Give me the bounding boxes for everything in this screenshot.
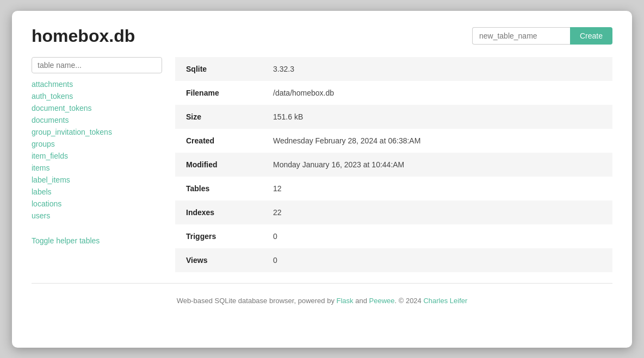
footer: Web-based SQLite database browser, power…	[12, 284, 632, 316]
info-key: Created	[175, 129, 262, 153]
list-item: items	[32, 162, 162, 173]
table-row: Indexes22	[175, 200, 612, 224]
table-link[interactable]: auth_tokens	[32, 91, 162, 102]
info-key: Size	[175, 105, 262, 129]
app-title: homebox.db	[32, 26, 135, 46]
table-search-input[interactable]	[32, 57, 162, 73]
info-value: 3.32.3	[262, 57, 612, 81]
table-row: ModifiedMonday January 16, 2023 at 10:44…	[175, 153, 612, 177]
header: homebox.db Create	[12, 11, 632, 57]
table-link[interactable]: group_invitation_tokens	[32, 127, 162, 137]
info-key: Views	[175, 248, 262, 272]
info-value: 0	[262, 224, 612, 248]
new-table-input[interactable]	[472, 27, 570, 45]
footer-text-middle: and	[354, 297, 369, 305]
toggle-helper-link[interactable]: Toggle helper tables	[32, 236, 100, 245]
list-item: item_fields	[32, 150, 162, 161]
info-key: Tables	[175, 177, 262, 200]
table-row: Sqlite3.32.3	[175, 57, 612, 81]
list-item: groups	[32, 139, 162, 149]
info-value: 22	[262, 200, 612, 224]
info-value: 12	[262, 177, 612, 200]
create-button[interactable]: Create	[570, 27, 612, 45]
info-value: /data/homebox.db	[262, 81, 612, 105]
author-link[interactable]: Charles Leifer	[423, 297, 467, 305]
info-table: Sqlite3.32.3Filename/data/homebox.dbSize…	[175, 57, 612, 272]
table-row: Tables12	[175, 177, 612, 200]
peewee-link[interactable]: Peewee	[369, 297, 395, 305]
main-content: attachmentsauth_tokensdocument_tokensdoc…	[12, 57, 632, 283]
table-link[interactable]: users	[32, 210, 162, 221]
table-row: Views0	[175, 248, 612, 272]
list-item: label_items	[32, 174, 162, 185]
table-link[interactable]: item_fields	[32, 150, 162, 161]
list-item: locations	[32, 198, 162, 209]
table-link[interactable]: documents	[32, 115, 162, 125]
footer-text-after: . © 2024	[394, 297, 423, 305]
info-key: Sqlite	[175, 57, 262, 81]
footer-text-before: Web-based SQLite database browser, power…	[177, 297, 337, 305]
table-link[interactable]: groups	[32, 139, 162, 149]
info-key: Modified	[175, 153, 262, 177]
table-list: attachmentsauth_tokensdocument_tokensdoc…	[32, 79, 162, 221]
sidebar: attachmentsauth_tokensdocument_tokensdoc…	[32, 57, 162, 272]
list-item: document_tokens	[32, 103, 162, 114]
info-value: 151.6 kB	[262, 105, 612, 129]
list-item: auth_tokens	[32, 91, 162, 102]
create-form: Create	[472, 27, 612, 45]
list-item: labels	[32, 186, 162, 197]
table-link[interactable]: labels	[32, 186, 162, 197]
table-link[interactable]: document_tokens	[32, 103, 162, 114]
table-link[interactable]: label_items	[32, 174, 162, 185]
info-key: Filename	[175, 81, 262, 105]
list-item: documents	[32, 115, 162, 125]
info-value: Wednesday February 28, 2024 at 06:38:AM	[262, 129, 612, 153]
table-link[interactable]: items	[32, 162, 162, 173]
info-panel: Sqlite3.32.3Filename/data/homebox.dbSize…	[175, 57, 612, 272]
list-item: attachments	[32, 79, 162, 90]
info-value: Monday January 16, 2023 at 10:44:AM	[262, 153, 612, 177]
table-row: Triggers0	[175, 224, 612, 248]
table-link[interactable]: attachments	[32, 79, 162, 90]
info-key: Indexes	[175, 200, 262, 224]
list-item: group_invitation_tokens	[32, 127, 162, 137]
info-key: Triggers	[175, 224, 262, 248]
table-row: Size151.6 kB	[175, 105, 612, 129]
table-link[interactable]: locations	[32, 198, 162, 209]
flask-link[interactable]: Flask	[337, 297, 354, 305]
info-value: 0	[262, 248, 612, 272]
list-item: users	[32, 210, 162, 221]
table-row: CreatedWednesday February 28, 2024 at 06…	[175, 129, 612, 153]
table-row: Filename/data/homebox.db	[175, 81, 612, 105]
app-window: homebox.db Create attachmentsauth_tokens…	[12, 11, 632, 348]
